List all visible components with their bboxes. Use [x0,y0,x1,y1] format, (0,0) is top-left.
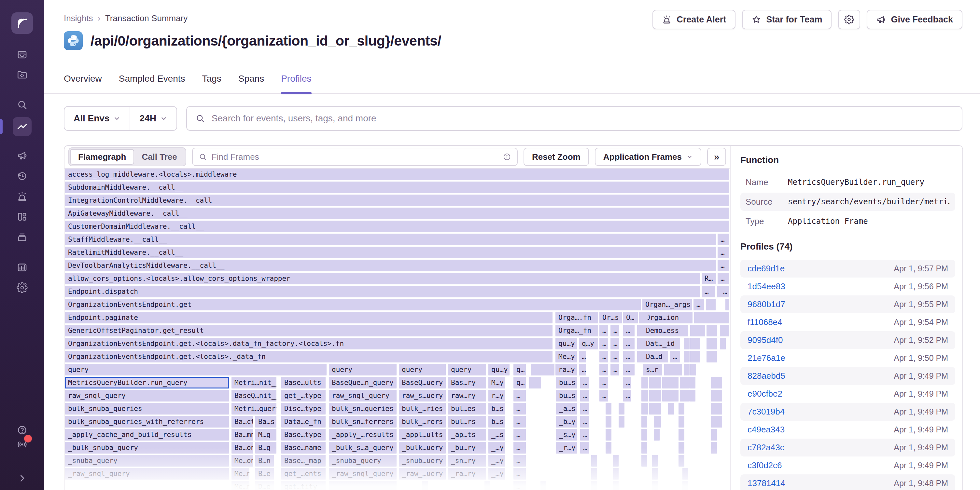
flame-cell[interactable]: _s…y [556,429,577,441]
flame-cell[interactable] [680,377,686,389]
flame-cell[interactable]: … [623,338,635,349]
flame-cell[interactable] [606,416,611,428]
flame-cell[interactable]: Me…y [555,351,577,362]
flame-cell[interactable]: R… [702,273,716,284]
flame-cell[interactable]: _r…y [556,442,577,454]
sidebar-item-dashboards[interactable] [16,211,28,222]
flame-cell[interactable]: … [514,468,526,480]
flame-cell[interactable]: raw_s…uery [399,390,446,401]
flame-cell[interactable] [716,416,722,428]
flame-cell[interactable]: OrganizationEventsEndpoint.get [65,299,641,311]
flame-cell[interactable] [711,416,717,428]
flame-cell[interactable]: … [611,364,619,376]
flame-cell[interactable]: _raw_…uery [399,468,446,480]
flame-cell[interactable]: bu…s [556,390,577,401]
flame-cell[interactable]: Da…d [643,351,668,362]
date-range-selector[interactable]: 24H [130,107,176,130]
flame-cell[interactable]: Dat…_id [643,338,680,349]
flame-cell[interactable]: bu…s [556,377,577,389]
flame-cell[interactable]: _snuba_query [329,455,396,466]
flame-cell[interactable]: bul…es [448,403,486,414]
sidebar-item-insights[interactable] [13,117,32,136]
flame-cell[interactable]: _…s [488,429,505,441]
profile-link[interactable]: 9095d4f0 [748,335,783,345]
flame-cell[interactable]: _apply_cache_and_build_results [65,429,229,441]
flame-cell[interactable]: … [694,299,704,311]
flame-cell[interactable] [680,390,686,401]
flame-cell[interactable] [679,442,684,454]
collapse-panel-button[interactable]: » [707,148,726,166]
flame-cell[interactable] [682,481,688,490]
flame-cell[interactable]: bulk_snuba_queries [65,403,229,414]
flame-cell[interactable]: … [623,364,635,376]
flame-cell[interactable]: _…y [488,442,505,454]
flame-cell[interactable]: DevToolbarAnalyticsMiddleware.__call__ [65,260,716,271]
tab-tags[interactable]: Tags [202,73,221,93]
flame-cell[interactable]: OrganizationEventsEndpoint.get.<locals>.… [65,338,552,349]
flame-cell[interactable]: … [623,325,635,336]
flame-cell[interactable]: Base…type [281,429,326,441]
flame-cell[interactable]: D…e [255,481,274,490]
flame-cell[interactable] [652,468,658,480]
sidebar-item-alerts[interactable] [16,191,28,202]
flame-cell[interactable]: … [623,390,631,401]
flame-cell[interactable] [613,455,619,466]
flame-cell[interactable] [668,390,674,401]
sidebar-item-feedback[interactable] [16,150,28,162]
flame-cell[interactable]: _apply_…results [329,429,396,441]
create-alert-button[interactable]: Create Alert [652,10,735,29]
flame-cell[interactable]: _bulk_snuba_query [65,442,229,454]
flame-cell-selected[interactable]: MetricsQueryBuilder.run_query [65,377,229,389]
flame-cell[interactable] [684,364,690,376]
flame-cell[interactable]: b…s [488,403,505,414]
sentry-logo-icon[interactable] [11,13,33,34]
flame-cell[interactable]: allow_cors_options.<locals>.allow_cors_o… [65,273,700,284]
flame-cell[interactable]: … [611,338,619,349]
flame-cell[interactable]: … [514,442,526,454]
flame-cell[interactable] [690,364,696,376]
flame-cell[interactable] [541,481,546,490]
sidebar-expand-chevron-icon[interactable] [16,473,28,484]
flame-cell[interactable] [679,429,684,441]
sidebar-item-explore[interactable] [16,69,28,81]
flame-cell[interactable]: … [718,247,729,258]
flame-cell[interactable]: _bu…ry [448,442,486,454]
flame-cell[interactable] [606,403,611,414]
flame-cell[interactable]: … [600,390,608,401]
flame-cell[interactable]: … [623,351,635,362]
flame-cell[interactable]: Base…name [281,442,326,454]
flame-cell[interactable]: OrganizationEventsEndpoint.get.<locals>.… [65,351,552,362]
flame-cell[interactable] [422,481,428,490]
flame-cell[interactable] [637,338,643,349]
flame-cell[interactable]: … [514,429,526,441]
flame-cell[interactable] [706,351,713,362]
flame-cell[interactable] [690,377,695,389]
flame-cell[interactable] [720,325,726,336]
sidebar-item-issues[interactable] [16,49,28,60]
flame-cell[interactable]: RatelimitMiddleware.__call__ [65,247,716,258]
flame-cell[interactable] [717,285,723,297]
star-for-team-button[interactable]: Star for Team [742,10,832,29]
flame-cell[interactable]: ApiGatewayMiddleware.__call__ [65,208,729,219]
settings-button[interactable] [838,10,860,29]
profile-link[interactable]: 7c3019b4 [748,407,785,417]
flame-cell[interactable] [716,403,722,414]
flame-cell[interactable]: B…e [255,468,274,480]
flame-cell[interactable]: Ba…ct [231,416,253,428]
flame-cell[interactable] [654,429,660,441]
profile-link[interactable]: 1d54ee83 [748,281,785,292]
flame-cell[interactable] [637,351,643,362]
flame-cell[interactable] [684,351,690,362]
flame-cell[interactable]: … [580,429,589,441]
flame-cell[interactable]: r…y [488,390,505,401]
flame-cell[interactable] [639,312,645,323]
flame-cell[interactable]: … [580,377,589,389]
flame-cell[interactable] [690,325,696,336]
flame-cell[interactable]: b…s [488,416,505,428]
flame-cell[interactable]: … [514,403,526,414]
flame-cell[interactable]: Or…s [600,312,622,323]
flame-cell[interactable]: _sn…ry [448,455,486,466]
flame-cell[interactable]: Base…_map [281,455,326,466]
flame-cell[interactable]: GenericOffsetPaginator.get_result [65,325,552,336]
flame-cell[interactable]: Ba…mn [231,429,253,441]
